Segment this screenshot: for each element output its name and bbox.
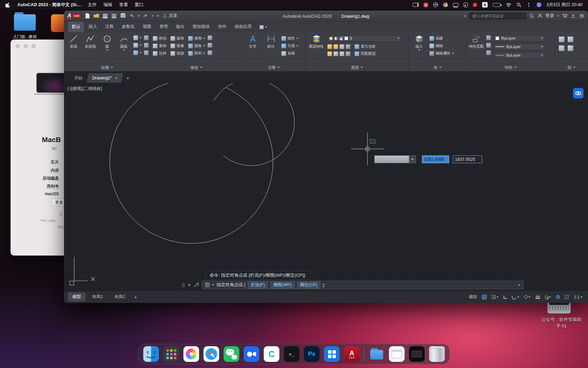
snap-toggle[interactable]: [490, 293, 500, 301]
command-history-expand-caret[interactable]: [518, 284, 520, 286]
option-wpolygon-button[interactable]: 圈围(WP): [270, 281, 294, 289]
dock-windows-app[interactable]: [324, 346, 340, 362]
object-color-dropdown[interactable]: ByLayer: [493, 35, 545, 42]
object-snap-toggle[interactable]: [523, 293, 532, 301]
command-input-field[interactable]: 指定对角点或 [ 栏选(F) 圈围(WP) 圈交(CP) ]:: [202, 281, 524, 289]
model-tab[interactable]: 模型: [68, 292, 85, 302]
dynamic-input-x[interactable]: 3261.0089: [422, 155, 449, 163]
match-properties-button[interactable]: 特性匹配: [469, 34, 484, 48]
qat-customize-caret[interactable]: [157, 15, 159, 17]
dynamic-input-field[interactable]: [374, 155, 416, 163]
menu-file[interactable]: 文件: [88, 2, 97, 8]
group-edit-icon[interactable]: [559, 45, 565, 51]
undo-dropdown-caret[interactable]: [138, 15, 140, 17]
desktop-folder-icon[interactable]: [14, 12, 36, 31]
layout2-tab[interactable]: 布局2: [110, 292, 130, 302]
group-icon[interactable]: [559, 36, 565, 42]
linetype-dropdown[interactable]: ByLayer: [493, 52, 545, 59]
qat-save-button[interactable]: [102, 13, 108, 19]
display-icon[interactable]: [453, 3, 458, 7]
screen-mirroring-icon[interactable]: [413, 3, 419, 7]
qat-new-button[interactable]: [85, 13, 91, 19]
share-button[interactable]: 共享: [162, 13, 177, 19]
minimize-window-button[interactable]: [23, 44, 28, 48]
autocad-logo[interactable]: A CAD: [67, 13, 80, 19]
menu-view[interactable]: 查看: [119, 2, 128, 8]
layer-unisolate-icon[interactable]: [333, 51, 338, 56]
table-button[interactable]: 表格: [281, 51, 298, 56]
input-method-icon[interactable]: A: [482, 2, 488, 7]
ribbon-tab-collaborate[interactable]: 协作: [214, 21, 230, 32]
dock-meeting[interactable]: [244, 346, 259, 362]
option-fence-button[interactable]: 栏选(F): [248, 281, 268, 289]
line-button[interactable]: 直线: [66, 34, 81, 48]
ribbon-tab-output[interactable]: 输出: [173, 21, 189, 32]
text-button[interactable]: 文字: [245, 34, 261, 48]
copy-button[interactable]: 复制: [153, 43, 166, 48]
dynamic-input-y[interactable]: 1837.0525: [453, 155, 482, 163]
ribbon-tab-view[interactable]: 视图: [139, 21, 155, 32]
ribbon-tab-home[interactable]: 默认: [68, 21, 84, 32]
ribbon-tab-manage[interactable]: 管理: [156, 21, 172, 32]
ellipse-tool-button[interactable]: [133, 43, 142, 48]
viewport-visual-style-control[interactable]: [二维线框]: [83, 86, 102, 92]
hatch-tool-button[interactable]: [133, 50, 142, 55]
screen-cast-icon[interactable]: [463, 3, 468, 7]
option-cpolygon-button[interactable]: 圈交(CP): [297, 281, 321, 289]
dock-autocad[interactable]: A CAD: [344, 346, 360, 362]
app-store-cart-icon[interactable]: [562, 13, 568, 18]
qat-redo-button[interactable]: [143, 13, 149, 19]
dock-photoshop[interactable]: Ps: [304, 346, 320, 362]
layer-isolate-icon[interactable]: [333, 44, 338, 49]
panel-label-annotation[interactable]: 注释: [242, 64, 305, 71]
tab-drawing1[interactable]: Drawing1* ×: [86, 73, 124, 83]
infocenter-search-input[interactable]: [469, 13, 526, 19]
ungroup-icon[interactable]: [568, 36, 573, 42]
dock-c-app[interactable]: C: [264, 346, 279, 362]
viewport-view-control[interactable]: [俯视]: [71, 86, 82, 92]
redo-dropdown-caret[interactable]: [152, 15, 154, 17]
properties-tool-icon[interactable]: [486, 50, 491, 55]
edit-attributes-button[interactable]: 编辑属性: [429, 51, 454, 56]
ribbon-tab-addins[interactable]: 附加模块: [189, 21, 214, 32]
new-layout-button[interactable]: +: [132, 294, 139, 300]
properties-tool-icon[interactable]: [486, 43, 491, 48]
ribbon-tab-featured-apps[interactable]: 精选应用: [231, 21, 256, 32]
rectangle-tool-button[interactable]: [133, 35, 142, 40]
panel-label-groups[interactable]: 组: [555, 64, 588, 71]
offset-icon[interactable]: [208, 50, 212, 55]
spotlight-search-icon[interactable]: [517, 2, 521, 7]
draw-extra-tool-icon[interactable]: [144, 43, 149, 48]
network-globe-icon[interactable]: [433, 2, 438, 7]
annotation-scale-button[interactable]: 1:1: [572, 293, 584, 301]
layer-off-icon[interactable]: [327, 44, 332, 49]
layer-on-tool-icon[interactable]: [327, 51, 332, 56]
infocenter-search-icon[interactable]: [529, 14, 534, 18]
new-tab-button[interactable]: +: [126, 75, 129, 81]
dock-downloads-folder[interactable]: [369, 346, 385, 362]
dock-launchpad[interactable]: [163, 346, 179, 362]
dock-terminal[interactable]: >_: [284, 346, 299, 362]
close-tab-icon[interactable]: ×: [115, 76, 118, 81]
layer-lock-tool-icon[interactable]: [346, 44, 350, 49]
fillet-button[interactable]: 圆角: [188, 43, 205, 48]
siri-icon[interactable]: [537, 2, 541, 7]
rotate-button[interactable]: 旋转: [170, 36, 184, 41]
selection-cycling-toggle[interactable]: [544, 293, 552, 301]
panel-label-draw[interactable]: 绘图: [64, 64, 150, 71]
red-grid-app-icon[interactable]: [424, 3, 428, 7]
explode-icon[interactable]: [208, 43, 212, 48]
edit-block-button[interactable]: 编辑: [429, 43, 454, 48]
stretch-button[interactable]: 拉伸: [153, 51, 166, 56]
ribbon-tab-insert[interactable]: 插入: [85, 21, 101, 32]
desktop-folder-label[interactable]: 入门图...教程: [2, 34, 48, 40]
polar-tracking-toggle[interactable]: [511, 293, 521, 301]
circle-button[interactable]: 圆: [100, 34, 114, 51]
qat-plot-button[interactable]: [120, 13, 126, 19]
array-button[interactable]: 阵列: [188, 51, 205, 56]
layer-unlock-icon[interactable]: [346, 51, 350, 56]
dynamic-input-dropdown-button[interactable]: [409, 156, 415, 163]
panel-label-block[interactable]: 块: [409, 64, 466, 71]
dock-finder[interactable]: [143, 346, 159, 362]
layer-freeze-tool-icon[interactable]: [340, 44, 344, 49]
